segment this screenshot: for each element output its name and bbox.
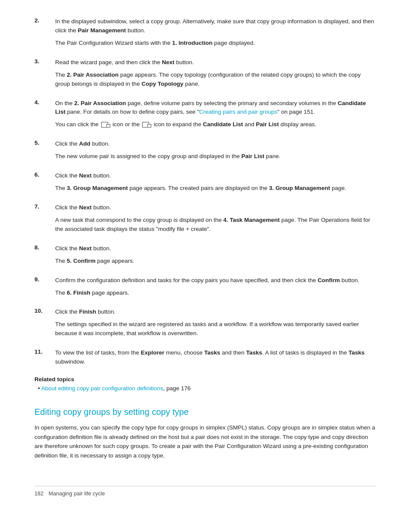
step-6-para-1: Click the Next button. bbox=[55, 171, 377, 180]
step-8: 8. Click the Next button. The 5. Confirm… bbox=[34, 244, 377, 270]
step-8-content: Click the Next button. The 5. Confirm pa… bbox=[55, 244, 377, 270]
step-8-number: 8. bbox=[34, 244, 55, 251]
step-9-para-1: Confirm the configuration definition and… bbox=[55, 276, 377, 285]
step-4-para-2: You can click the icon or the icon to ex… bbox=[55, 120, 377, 129]
step-10-para-2: The settings specified in the wizard are… bbox=[55, 320, 377, 338]
step-7: 7. Click the Next button. A new task tha… bbox=[34, 203, 377, 238]
footer-text: Managing pair life cycle bbox=[49, 491, 105, 497]
step-9-number: 9. bbox=[34, 276, 55, 283]
step-4: 4. On the 2. Pair Association page, defi… bbox=[34, 99, 377, 134]
creating-pairs-link[interactable]: Creating pairs and pair groups bbox=[199, 109, 277, 115]
step-11-number: 11. bbox=[34, 348, 55, 355]
expand-icon-1 bbox=[101, 122, 110, 128]
footer-page-number: 182 bbox=[34, 491, 44, 497]
step-2-para-1: In the displayed subwindow, select a cop… bbox=[55, 17, 377, 35]
step-7-para-2: A new task that correspond to the copy g… bbox=[55, 216, 377, 234]
step-7-content: Click the Next button. A new task that c… bbox=[55, 203, 377, 238]
related-topic-link-1[interactable]: About editing copy pair configuration de… bbox=[41, 385, 163, 392]
step-3-content: Read the wizard page, and then click the… bbox=[55, 58, 377, 93]
step-6-para-2: The 3. Group Management page appears. Th… bbox=[55, 184, 377, 193]
step-11: 11. To view the list of tasks, from the … bbox=[34, 348, 377, 370]
footer: 182 Managing pair life cycle bbox=[34, 486, 377, 497]
step-2-content: In the displayed subwindow, select a cop… bbox=[55, 17, 377, 52]
step-7-number: 7. bbox=[34, 203, 55, 210]
step-3-number: 3. bbox=[34, 58, 55, 65]
icon-corner-rect-1 bbox=[106, 124, 110, 128]
step-6: 6. Click the Next button. The 3. Group M… bbox=[34, 171, 377, 197]
related-topics-title: Related topics bbox=[34, 376, 377, 383]
step-2-para-2: The Pair Configuration Wizard starts wit… bbox=[55, 39, 377, 48]
step-4-number: 4. bbox=[34, 99, 55, 106]
step-4-content: On the 2. Pair Association page, define … bbox=[55, 99, 377, 134]
page-container: 2. In the displayed subwindow, select a … bbox=[0, 0, 411, 523]
step-4-para-1: On the 2. Pair Association page, define … bbox=[55, 99, 377, 117]
step-5: 5. Click the Add button. The new volume … bbox=[34, 140, 377, 165]
step-2: 2. In the displayed subwindow, select a … bbox=[34, 17, 377, 52]
step-5-para-2: The new volume pair is assigned to the c… bbox=[55, 152, 377, 161]
step-11-para-1: To view the list of tasks, from the Expl… bbox=[55, 348, 377, 367]
step-6-content: Click the Next button. The 3. Group Mana… bbox=[55, 171, 377, 197]
step-9: 9. Confirm the configuration definition … bbox=[34, 276, 377, 302]
related-topics-section: Related topics About editing copy pair c… bbox=[34, 376, 377, 392]
step-3: 3. Read the wizard page, and then click … bbox=[34, 58, 377, 93]
related-topics-list: About editing copy pair configuration de… bbox=[34, 385, 377, 392]
step-9-para-2: The 6. Finish page appears. bbox=[55, 289, 377, 298]
icon-corner-rect-2 bbox=[147, 124, 151, 128]
step-8-para-2: The 5. Confirm page appears. bbox=[55, 257, 377, 266]
expand-icon-2 bbox=[142, 122, 151, 128]
step-5-content: Click the Add button. The new volume pai… bbox=[55, 140, 377, 165]
step-11-content: To view the list of tasks, from the Expl… bbox=[55, 348, 377, 370]
section-body: In open systems, you can specify the cop… bbox=[34, 423, 377, 460]
step-5-para-1: Click the Add button. bbox=[55, 140, 377, 149]
step-2-number: 2. bbox=[34, 17, 55, 24]
step-7-para-1: Click the Next button. bbox=[55, 203, 377, 212]
step-10-content: Click the Finish button. The settings sp… bbox=[55, 308, 377, 342]
step-10-para-1: Click the Finish button. bbox=[55, 308, 377, 317]
step-10: 10. Click the Finish button. The setting… bbox=[34, 308, 377, 342]
step-6-number: 6. bbox=[34, 171, 55, 178]
step-10-number: 10. bbox=[34, 308, 55, 314]
step-5-number: 5. bbox=[34, 140, 55, 146]
step-9-content: Confirm the configuration definition and… bbox=[55, 276, 377, 302]
step-3-para-1: Read the wizard page, and then click the… bbox=[55, 58, 377, 67]
related-topic-item-1: About editing copy pair configuration de… bbox=[38, 385, 377, 392]
related-topic-suffix-1: , page 176 bbox=[163, 385, 191, 392]
step-3-para-2: The 2. Pair Association page appears. Th… bbox=[55, 71, 377, 89]
section-heading: Editing copy groups by setting copy type bbox=[34, 407, 377, 417]
step-8-para-1: Click the Next button. bbox=[55, 244, 377, 253]
